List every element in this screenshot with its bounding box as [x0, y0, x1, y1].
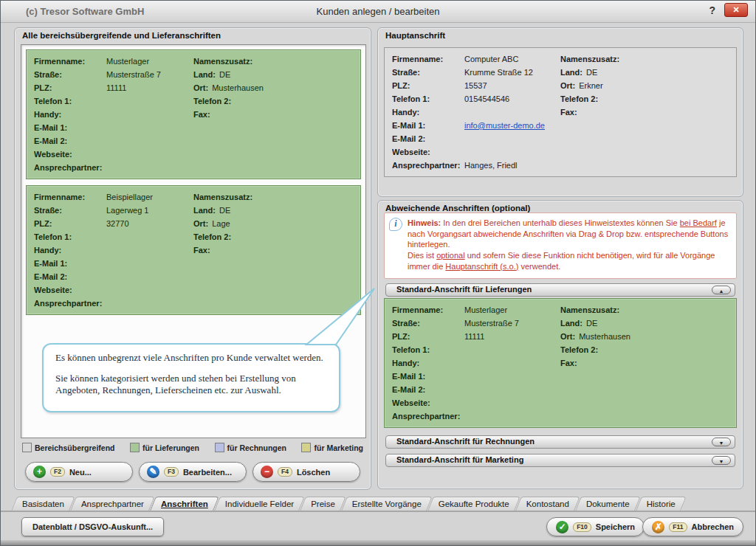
minus-icon: −: [261, 466, 273, 478]
save-button[interactable]: ✓ F10 Speichern: [546, 517, 645, 536]
plus-icon: +: [33, 466, 46, 478]
tab-label: Historie: [647, 500, 676, 508]
expand-button[interactable]: ▼: [712, 456, 731, 465]
field-value: Musterlager: [464, 303, 507, 317]
chevron-down-icon: ▼: [719, 440, 724, 446]
address-card-beispiellager[interactable]: Firmenname:Beispiellager Namenszusatz: S…: [26, 185, 361, 315]
section-title: Standard-Anschrift für Lieferungen: [396, 285, 532, 294]
info-callout: Es können unbegrenzt viele Anschriften p…: [42, 343, 340, 412]
group-optional-addresses: Abweichende Anschriften (optional) i Hin…: [377, 200, 743, 489]
pencil-icon: ✎: [147, 466, 159, 478]
field-value: Musterhausen: [579, 330, 630, 343]
tab-label: Preise: [311, 500, 335, 508]
fkey-badge: F3: [164, 467, 179, 477]
address-row: E-Mail 1:: [392, 370, 729, 383]
address-row: Telefon 1:0154544546 Telefon 2:: [392, 92, 729, 106]
window-titlebar: (c) Tresor Software GmbH Kunden anlegen …: [1, 1, 755, 23]
info-icon: i: [389, 218, 402, 231]
address-row: Ansprechpartner:: [392, 410, 729, 423]
address-row: Firmenname:Beispiellager Namenszusatz:: [34, 190, 353, 204]
group-main-address: Hauptanschrift Firmenname:Computer ABC N…: [377, 27, 743, 197]
field-label: PLZ:: [392, 79, 461, 92]
field-value: Hanges, Friedl: [464, 159, 518, 172]
field-label: Telefon 1:: [392, 343, 461, 356]
field-label: Telefon 1:: [34, 230, 103, 243]
address-row: PLZ:32770 Ort:Lage: [34, 217, 353, 230]
legend-swatch: [301, 443, 311, 452]
expand-button[interactable]: ▼: [712, 438, 731, 446]
legend-label: für Rechnungen: [227, 443, 287, 452]
address-card-main[interactable]: Firmenname:Computer ABC Namenszusatz: St…: [384, 47, 737, 177]
field-value[interactable]: info@muster-demo.de: [464, 119, 545, 132]
field-label: Telefon 1:: [392, 92, 461, 106]
field-label: Ansprechpartner:: [392, 159, 461, 172]
address-row: Firmenname:Musterlager Namenszusatz:: [392, 303, 729, 317]
tab-item[interactable]: Historie: [639, 497, 684, 511]
address-row: Handy: Fax:: [34, 108, 353, 121]
tab-item[interactable]: Gekaufte Produkte: [430, 497, 518, 511]
field-label: Telefon 2:: [193, 230, 231, 243]
field-label: E-Mail 2:: [392, 132, 461, 145]
tab-item[interactable]: Preise: [303, 497, 343, 511]
tab-item[interactable]: Individuelle Felder: [217, 497, 302, 511]
field-label: Namenszusatz:: [193, 190, 252, 204]
field-value: Musterstraße 7: [106, 68, 161, 81]
tab-label: Kontostand: [526, 500, 569, 508]
tab-item[interactable]: Kontostand: [518, 497, 577, 511]
address-row: PLZ:15537 Ort:Erkner: [392, 79, 729, 92]
tab-item[interactable]: Anschriften: [153, 497, 216, 511]
address-row: Straße:Lagerweg 1 Land:DE: [34, 204, 353, 217]
field-label: Fax:: [560, 106, 577, 119]
address-row: Ansprechpartner:Hanges, Friedl: [392, 159, 729, 172]
footer-bar: Datenblatt / DSGVO-Auskunft... ✓ F10 Spe…: [1, 511, 755, 542]
field-value: DE: [219, 204, 230, 217]
address-row: Handy: Fax:: [34, 243, 353, 257]
callout-text: Sie können kategorisiert werden und steh…: [55, 373, 327, 396]
tab-label: Individuelle Felder: [225, 500, 294, 508]
field-label: Firmenname:: [392, 52, 461, 66]
cancel-button[interactable]: ✗ F11 Abbrechen: [642, 517, 743, 536]
field-label: Namenszusatz:: [560, 303, 619, 317]
collapse-button[interactable]: ▲: [712, 286, 731, 294]
button-label: Neu...: [69, 468, 92, 477]
edit-button[interactable]: ✎ F3 Bearbeiten...: [139, 462, 247, 482]
field-label: Handy:: [34, 108, 103, 121]
address-row: PLZ:11111 Ort:Musterhausen: [392, 330, 729, 343]
field-label: Straße:: [34, 204, 103, 217]
callout-text: Es können unbegrenzt viele Anschriften p…: [55, 352, 327, 364]
chevron-up-icon: ▲: [719, 288, 724, 294]
delete-button[interactable]: − F4 Löschen: [252, 462, 360, 482]
icon-glyph: ✎: [149, 466, 157, 477]
address-row: Straße:Musterstraße 7 Land:DE: [392, 317, 729, 330]
field-label: E-Mail 2:: [34, 134, 103, 148]
address-card-musterlager[interactable]: Firmenname:Musterlager Namenszusatz: Str…: [26, 49, 361, 179]
close-icon[interactable]: ✕: [724, 3, 748, 17]
address-row: Straße:Krumme Straße 12 Land:DE: [392, 66, 729, 79]
field-label: Straße:: [34, 68, 103, 81]
tab-label: Erstellte Vorgänge: [352, 500, 422, 508]
hint-lead: Hinweis:: [408, 218, 441, 227]
address-card-standard-lieferung[interactable]: Firmenname:Musterlager Namenszusatz: Str…: [384, 298, 737, 428]
section-lieferungen-header[interactable]: Standard-Anschrift für Lieferungen ▲: [385, 283, 735, 297]
tab-item[interactable]: Erstellte Vorgänge: [344, 497, 430, 511]
field-value: Erkner: [579, 79, 602, 92]
tab-item[interactable]: Ansprechpartner: [73, 497, 152, 511]
fkey-badge: F2: [50, 467, 65, 477]
address-row: E-Mail 2:: [34, 134, 353, 148]
tab-item[interactable]: Basisdaten: [14, 497, 72, 511]
app-window: (c) Tresor Software GmbH Kunden anlegen …: [0, 0, 756, 546]
section-title: Standard-Anschrift für Marketing: [396, 455, 523, 464]
app-title: (c) Tresor Software GmbH: [26, 6, 144, 17]
field-label: Land:: [193, 204, 216, 217]
address-row: E-Mail 1:: [34, 257, 353, 270]
section-rechnungen-header[interactable]: Standard-Anschrift für Rechnungen ▼: [385, 435, 735, 449]
new-button[interactable]: + F2 Neu...: [25, 462, 133, 482]
section-marketing-header[interactable]: Standard-Anschrift für Marketing ▼: [385, 454, 735, 467]
datasheet-button[interactable]: Datenblatt / DSGVO-Auskunft...: [21, 517, 164, 536]
field-label: Namenszusatz:: [193, 55, 252, 68]
field-label: PLZ:: [34, 81, 103, 94]
icon-glyph: ✓: [559, 522, 566, 532]
field-label: Land:: [193, 68, 216, 81]
tab-item[interactable]: Dokumente: [578, 497, 638, 511]
help-button[interactable]: ?: [709, 4, 715, 16]
